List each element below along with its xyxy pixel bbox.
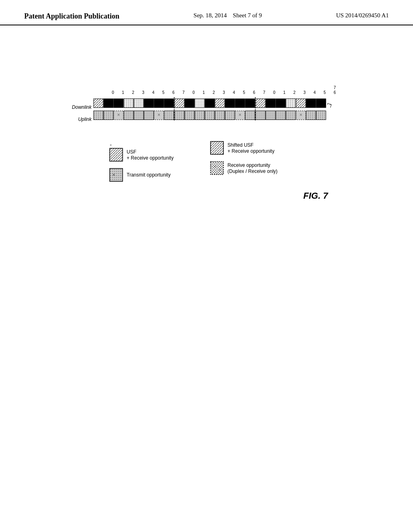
svg-text:4: 4 [313,90,316,95]
svg-text:×: × [110,143,112,147]
svg-text:2: 2 [213,90,215,95]
svg-rect-72 [195,111,204,120]
svg-rect-66 [144,111,154,120]
svg-rect-65 [134,111,144,120]
svg-text:+ Receive opportunity: + Receive opportunity [227,148,274,154]
svg-rect-45 [175,99,184,108]
svg-text:×: × [157,112,160,118]
publication-title: Patent Application Publication [24,12,119,21]
svg-rect-42 [144,99,154,108]
svg-rect-80 [266,111,275,120]
svg-rect-40 [124,99,133,108]
svg-text:5: 5 [243,90,245,95]
svg-text:Receive opportunity: Receive opportunity [227,162,270,168]
svg-text:0: 0 [273,90,275,95]
svg-rect-101 [211,162,223,175]
svg-text:×: × [219,168,221,172]
svg-rect-74 [215,111,225,120]
svg-text:3: 3 [142,90,144,95]
svg-text:6: 6 [334,90,336,95]
svg-rect-55 [276,99,286,108]
svg-text:4: 4 [152,90,154,95]
svg-rect-38 [104,99,113,108]
svg-text:6: 6 [172,90,175,95]
svg-rect-73 [205,111,215,120]
page-header: Patent Application Publication Sep. 18, … [0,0,413,25]
svg-text:7: 7 [330,104,332,108]
svg-text:×: × [214,164,216,169]
svg-text:×: × [299,112,302,118]
svg-text:7: 7 [334,85,336,90]
svg-rect-49 [215,99,225,108]
svg-text:×: × [117,112,120,118]
svg-text:2: 2 [132,90,134,95]
svg-rect-41 [134,99,144,108]
main-content: 0 1 2 3 4 5 6 7 0 1 2 3 4 5 6 7 0 1 2 3 … [0,25,413,525]
svg-text:3: 3 [303,90,306,95]
svg-text:FIG. 7: FIG. 7 [303,191,329,201]
svg-text:Downlink: Downlink [72,104,92,110]
svg-rect-85 [306,111,316,120]
svg-rect-70 [175,111,184,120]
svg-text:Transmit opportunity: Transmit opportunity [127,172,171,178]
svg-rect-86 [316,111,326,120]
svg-rect-37 [94,99,103,108]
svg-text:0: 0 [192,90,195,95]
svg-rect-43 [154,99,164,108]
svg-text:4: 4 [233,90,235,95]
diagram-svg: 0 1 2 3 4 5 6 7 0 1 2 3 4 5 6 7 0 1 2 3 … [69,82,344,275]
svg-rect-82 [286,111,296,120]
svg-rect-98 [211,141,223,154]
svg-rect-79 [256,111,265,120]
svg-rect-60 [94,111,103,120]
svg-text:×: × [112,172,115,178]
publication-date: Sep. 18, 2014 [194,12,227,19]
svg-text:6: 6 [253,90,255,95]
svg-rect-71 [185,111,194,120]
svg-text:1: 1 [283,90,286,95]
svg-text:Uplink: Uplink [78,116,92,122]
svg-text:7: 7 [182,90,185,95]
svg-rect-57 [296,99,306,108]
svg-rect-39 [114,99,123,108]
publication-date-sheet: Sep. 18, 2014 Sheet 7 of 9 [194,12,262,19]
svg-text:7: 7 [263,90,265,95]
svg-text:×: × [238,112,241,118]
svg-text:0: 0 [112,90,114,95]
svg-rect-48 [205,99,215,108]
svg-rect-91 [110,148,123,161]
svg-rect-54 [266,99,275,108]
svg-text:5: 5 [323,90,326,95]
svg-rect-52 [245,99,255,108]
svg-rect-56 [286,99,296,108]
svg-rect-53 [256,99,265,108]
svg-text:+ Receive opportunity: + Receive opportunity [127,155,173,161]
svg-text:USF: USF [127,149,136,155]
svg-rect-58 [306,99,316,108]
sheet-info: Sheet 7 of 9 [233,12,262,19]
svg-rect-51 [235,99,245,108]
svg-rect-44 [164,99,174,108]
svg-text:1: 1 [202,90,205,95]
svg-rect-75 [225,111,235,120]
patent-number: US 2014/0269450 A1 [336,12,389,19]
svg-rect-64 [124,111,133,120]
svg-rect-47 [195,99,204,108]
svg-rect-50 [225,99,235,108]
svg-text:2: 2 [293,90,296,95]
svg-text:Shifted USF: Shifted USF [227,142,254,148]
svg-text:5: 5 [162,90,165,95]
svg-text:(Duplex / Receive only): (Duplex / Receive only) [227,168,277,174]
svg-rect-78 [245,111,255,120]
svg-rect-81 [276,111,286,120]
svg-rect-95 [110,168,123,181]
svg-text:3: 3 [223,90,225,95]
svg-rect-59 [316,99,326,108]
svg-rect-46 [185,99,194,108]
svg-rect-69 [164,111,174,120]
svg-rect-61 [104,111,113,120]
svg-text:1: 1 [122,90,124,95]
